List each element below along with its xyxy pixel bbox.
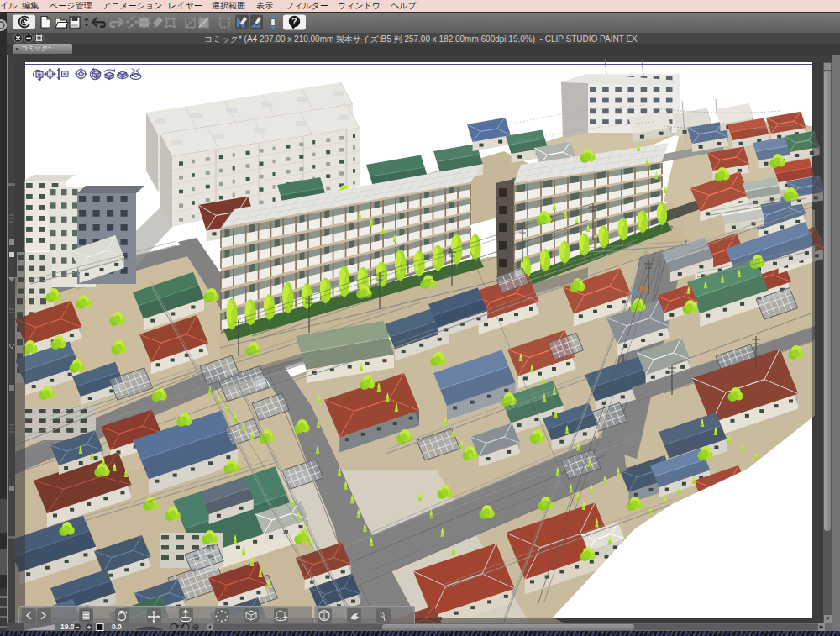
svg-text:?: ? [291, 16, 297, 26]
